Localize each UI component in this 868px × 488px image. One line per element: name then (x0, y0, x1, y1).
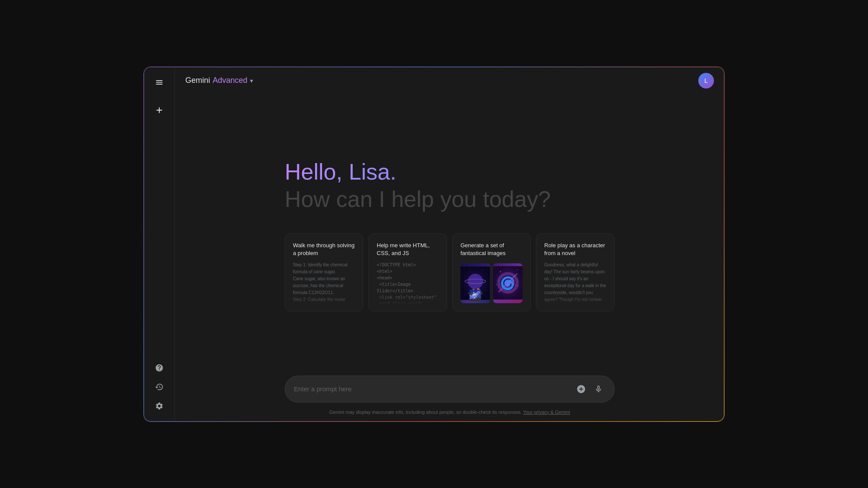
svg-point-14 (472, 289, 476, 293)
svg-point-22 (496, 285, 496, 285)
add-button[interactable] (574, 382, 588, 396)
gemini-label: Gemini (185, 76, 210, 85)
svg-point-15 (477, 288, 480, 291)
svg-point-8 (466, 276, 466, 276)
input-area (267, 376, 632, 409)
card-roleplay-preview: Goodness, what a delightful day! The sun… (544, 262, 606, 303)
svg-rect-0 (156, 80, 162, 81)
privacy-link[interactable]: Your privacy & Gemini (523, 409, 570, 415)
card-images-title: Generate a set of fantastical images (460, 242, 523, 257)
svg-rect-2 (156, 84, 162, 85)
card-roleplay-title: Role play as a character from a novel (544, 242, 606, 257)
card-code[interactable]: Help me write HTML, CSS, and JS <!DOCTYP… (368, 233, 447, 311)
svg-point-20 (500, 272, 501, 272)
advanced-label: Advanced (213, 76, 247, 85)
svg-point-21 (516, 270, 517, 270)
help-button[interactable] (151, 359, 168, 377)
prompt-input[interactable] (294, 385, 571, 393)
app-container: Gemini Advanced ▾ L Hello, Lisa. How can… (143, 66, 725, 422)
svg-point-19 (505, 280, 511, 286)
dropdown-icon[interactable]: ▾ (250, 77, 253, 84)
svg-point-7 (487, 274, 487, 274)
header-title[interactable]: Gemini Advanced ▾ (185, 76, 253, 85)
image-preview-right (493, 263, 523, 303)
card-images-preview (460, 263, 523, 303)
sidebar-bottom (151, 359, 168, 415)
footer-text: Gemini may display inaccurate info, incl… (329, 409, 522, 415)
card-math[interactable]: Walk me through solving a problem Step 1… (285, 233, 363, 311)
greeting-hello: Hello, Lisa. (285, 158, 615, 185)
card-roleplay[interactable]: Role play as a character from a novel Go… (536, 233, 615, 311)
header: Gemini Advanced ▾ L (175, 67, 724, 95)
center-content: Hello, Lisa. How can I help you today? W… (175, 95, 724, 376)
history-button[interactable] (151, 378, 168, 396)
greeting-section: Hello, Lisa. How can I help you today? (285, 158, 615, 213)
card-math-title: Walk me through solving a problem (293, 242, 355, 257)
greeting-sub: How can I help you today? (285, 186, 615, 213)
avatar[interactable]: L (698, 73, 714, 88)
mic-button[interactable] (592, 382, 605, 396)
input-container (285, 376, 615, 403)
settings-button[interactable] (151, 397, 168, 415)
svg-point-5 (470, 268, 470, 269)
card-images[interactable]: Generate a set of fantastical images (452, 233, 531, 311)
card-code-title: Help me write HTML, CSS, and JS (377, 242, 439, 257)
new-chat-button[interactable] (151, 102, 168, 119)
sidebar (144, 67, 175, 422)
main-content: Gemini Advanced ▾ L Hello, Lisa. How can… (175, 67, 724, 422)
svg-point-6 (483, 269, 483, 270)
svg-point-18 (502, 277, 513, 288)
svg-rect-1 (156, 82, 162, 83)
svg-point-17 (498, 274, 517, 292)
card-code-preview: <!DOCTYPE html> <html> <head> <title>Ima… (377, 262, 439, 303)
menu-button[interactable] (151, 74, 168, 91)
svg-point-12 (468, 274, 483, 289)
footer: Gemini may display inaccurate info, incl… (175, 409, 724, 422)
svg-rect-13 (468, 292, 483, 294)
cards-container: Walk me through solving a problem Step 1… (285, 233, 615, 311)
svg-point-4 (464, 270, 464, 271)
image-preview-left (460, 263, 490, 303)
card-math-preview: Step 1: Identify the chemical formula of… (293, 262, 355, 303)
